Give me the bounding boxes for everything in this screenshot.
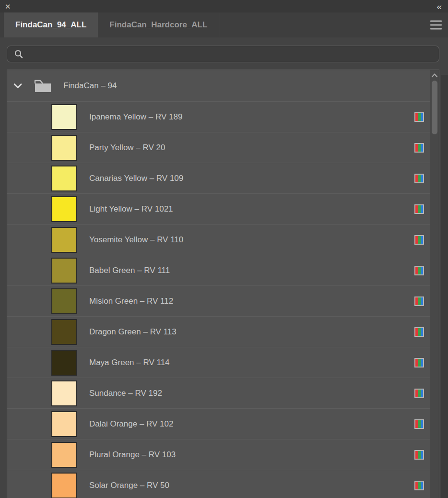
swatch-label: Canarias Yellow – RV 109 bbox=[89, 174, 414, 183]
swatch-color[interactable] bbox=[51, 288, 77, 314]
rgb-blue-stripe bbox=[421, 328, 423, 336]
scrollbar[interactable] bbox=[430, 70, 439, 498]
rgb-blue-stripe bbox=[421, 205, 423, 213]
swatch-label: Plural Orange – RV 103 bbox=[89, 450, 414, 460]
swatch-row[interactable]: Yosemite Yellow – RV 110 bbox=[7, 224, 430, 255]
swatch-label: Babel Green – RV 111 bbox=[89, 266, 414, 275]
search-field[interactable] bbox=[7, 46, 439, 62]
swatch-label: Sundance – RV 192 bbox=[89, 389, 414, 398]
tab-label: FindaCan_Hardcore_ALL bbox=[109, 20, 207, 30]
close-icon[interactable]: ✕ bbox=[5, 3, 11, 10]
rgb-mode-icon bbox=[414, 174, 424, 183]
panel-menu-icon[interactable] bbox=[430, 19, 442, 31]
chevron-down-icon[interactable] bbox=[13, 83, 22, 89]
swatch-color[interactable] bbox=[51, 473, 77, 498]
swatch-row[interactable]: Solar Orange – RV 50 bbox=[7, 470, 430, 498]
swatch-row[interactable]: Babel Green – RV 111 bbox=[7, 255, 430, 285]
rgb-mode-icon bbox=[414, 450, 424, 460]
swatch-row[interactable]: Canarias Yellow – RV 109 bbox=[7, 163, 430, 193]
rgb-mode-icon bbox=[414, 204, 424, 214]
rgb-blue-stripe bbox=[421, 236, 423, 244]
rgb-mode-icon bbox=[414, 481, 424, 490]
swatch-color[interactable] bbox=[51, 166, 77, 191]
swatch-color[interactable] bbox=[51, 319, 77, 345]
swatch-color[interactable] bbox=[51, 135, 77, 161]
swatch-row[interactable]: Dragon Green – RV 113 bbox=[7, 316, 430, 347]
swatch-label: Light Yellow – RV 1021 bbox=[89, 204, 414, 214]
swatch-color[interactable] bbox=[51, 350, 77, 376]
swatch-label: Dragon Green – RV 113 bbox=[89, 327, 414, 337]
rgb-blue-stripe bbox=[421, 113, 423, 121]
rgb-blue-stripe bbox=[421, 451, 423, 459]
swatch-row[interactable]: Light Yellow – RV 1021 bbox=[7, 193, 430, 224]
swatch-color[interactable] bbox=[51, 104, 77, 130]
swatch-color[interactable] bbox=[51, 196, 77, 222]
swatch-rows: FindaCan – 94 Ipanema Yellow – RV 189 Pa… bbox=[7, 70, 430, 498]
swatch-label: Maya Green – RV 114 bbox=[89, 358, 414, 368]
swatch-color[interactable] bbox=[51, 227, 77, 253]
swatch-color[interactable] bbox=[51, 380, 77, 406]
folder-label: FindaCan – 94 bbox=[63, 81, 117, 91]
rgb-blue-stripe bbox=[421, 297, 423, 305]
swatch-color[interactable] bbox=[51, 258, 77, 284]
rgb-blue-stripe bbox=[421, 359, 423, 367]
rgb-mode-icon bbox=[414, 296, 424, 306]
rgb-mode-icon bbox=[414, 112, 424, 122]
swatch-row[interactable]: Ipanema Yellow – RV 189 bbox=[7, 101, 430, 132]
rgb-mode-icon bbox=[414, 358, 424, 368]
swatch-list: Ipanema Yellow – RV 189 Party Yellow – R… bbox=[7, 101, 430, 498]
tab-findacan-94-all[interactable]: FindaCan_94_ALL bbox=[4, 12, 98, 37]
rgb-blue-stripe bbox=[421, 482, 423, 489]
rgb-blue-stripe bbox=[421, 390, 423, 397]
search-input[interactable] bbox=[28, 49, 434, 59]
search-icon bbox=[14, 49, 24, 59]
swatch-row[interactable]: Plural Orange – RV 103 bbox=[7, 439, 430, 470]
swatch-row[interactable]: Dalai Orange – RV 102 bbox=[7, 408, 430, 439]
swatch-label: Yosemite Yellow – RV 110 bbox=[89, 235, 414, 245]
swatch-tree: FindaCan – 94 Ipanema Yellow – RV 189 Pa… bbox=[7, 70, 439, 498]
rgb-mode-icon bbox=[414, 266, 424, 275]
rgb-blue-stripe bbox=[421, 175, 423, 182]
scroll-up-icon[interactable] bbox=[431, 73, 438, 78]
rgb-mode-icon bbox=[414, 419, 424, 429]
swatch-label: Party Yellow – RV 20 bbox=[89, 143, 414, 153]
swatch-row[interactable]: Sundance – RV 192 bbox=[7, 378, 430, 408]
folder-icon bbox=[34, 79, 52, 93]
collapse-panel-icon[interactable]: « bbox=[436, 2, 442, 11]
panel-body: FindaCan – 94 Ipanema Yellow – RV 189 Pa… bbox=[0, 37, 448, 498]
swatch-label: Dalai Orange – RV 102 bbox=[89, 419, 414, 429]
tab-label: FindaCan_94_ALL bbox=[15, 20, 86, 30]
swatch-label: Ipanema Yellow – RV 189 bbox=[89, 112, 414, 122]
rgb-blue-stripe bbox=[421, 420, 423, 428]
swatch-row[interactable]: Party Yellow – RV 20 bbox=[7, 132, 430, 163]
panel-edge-strip bbox=[441, 75, 448, 498]
swatch-row[interactable]: Mision Green – RV 112 bbox=[7, 285, 430, 316]
swatch-label: Solar Orange – RV 50 bbox=[89, 481, 414, 490]
rgb-mode-icon bbox=[414, 327, 424, 337]
panel-titlebar: ✕ « bbox=[0, 0, 448, 12]
rgb-mode-icon bbox=[414, 235, 424, 245]
swatch-label: Mision Green – RV 112 bbox=[89, 296, 414, 306]
rgb-blue-stripe bbox=[421, 144, 423, 152]
rgb-mode-icon bbox=[414, 143, 424, 153]
rgb-blue-stripe bbox=[421, 267, 423, 274]
swatch-color[interactable] bbox=[51, 442, 77, 468]
tab-bar: FindaCan_94_ALL FindaCan_Hardcore_ALL bbox=[0, 12, 448, 37]
rgb-mode-icon bbox=[414, 389, 424, 398]
tab-findacan-hardcore-all[interactable]: FindaCan_Hardcore_ALL bbox=[98, 12, 219, 37]
swatch-row[interactable]: Maya Green – RV 114 bbox=[7, 347, 430, 378]
swatch-color[interactable] bbox=[51, 411, 77, 437]
scrollbar-thumb[interactable] bbox=[432, 81, 437, 134]
swatch-library-panel: ✕ « FindaCan_94_ALL FindaCan_Hardcore_AL… bbox=[0, 0, 448, 498]
folder-row[interactable]: FindaCan – 94 bbox=[7, 70, 430, 101]
